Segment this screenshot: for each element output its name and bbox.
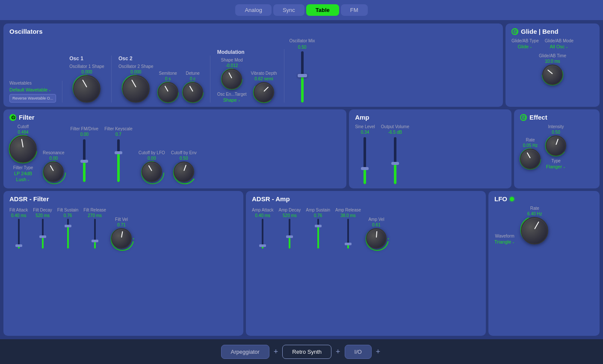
wavetables-dropdown[interactable]: Default Wavetable ⌄: [9, 87, 56, 92]
filt-vel-knob[interactable]: [111, 228, 132, 249]
filter-type-dropdown[interactable]: LP 24dB Lush⌄: [14, 171, 32, 182]
resonance-knob[interactable]: [43, 161, 64, 182]
lfo-rate-knob-wrap[interactable]: [521, 217, 548, 244]
cutoff-env-knob[interactable]: [174, 161, 194, 182]
fm-drive-thumb[interactable]: [80, 160, 88, 163]
shape-mod-knob[interactable]: [222, 69, 242, 89]
sine-level-fader[interactable]: [364, 137, 366, 184]
adsr-filter-panel: ADSR - Filter Filt Attack 0.40 ms Filt D…: [3, 191, 243, 336]
reverse-wavetable-button[interactable]: Reverse Wavetable O...: [9, 94, 56, 103]
amp-title: Amp: [355, 114, 505, 121]
amp-vel-knob[interactable]: [366, 228, 387, 249]
filt-decay-thumb[interactable]: [39, 235, 46, 238]
tab-fm[interactable]: FM: [341, 4, 368, 16]
io-tab[interactable]: I/O: [345, 345, 372, 359]
amp-attack-thumb[interactable]: [259, 244, 266, 247]
osc1-shape-knob-wrap[interactable]: [73, 75, 100, 103]
cutoff-knob-wrap[interactable]: [9, 135, 37, 163]
tab-sync[interactable]: Sync: [273, 4, 304, 16]
amp-vel-knob-wrap[interactable]: [366, 228, 387, 249]
osc1-shape-knob[interactable]: [73, 75, 100, 103]
filter-title: ⏻ Filter: [9, 114, 340, 121]
osc-mix-fader[interactable]: [301, 51, 304, 103]
filt-vel-knob-wrap[interactable]: [111, 228, 132, 249]
glide-mode-group: Glide/AB Mode All Osc ⌄: [545, 38, 573, 49]
cutoff-lfo-knob-wrap[interactable]: [142, 161, 162, 182]
modulation-title: Modulation: [217, 49, 277, 55]
filter-power-icon[interactable]: ⏻: [9, 114, 16, 121]
effect-rate-knob[interactable]: [520, 149, 541, 169]
add-tab-plus-1[interactable]: +: [272, 347, 280, 356]
keyscale-thumb[interactable]: [115, 151, 122, 154]
resonance-group: Resonance 0.00: [43, 150, 65, 182]
resonance-knob-wrap[interactable]: [43, 161, 64, 182]
amp-decay-thumb[interactable]: [286, 235, 293, 238]
effect-power-icon[interactable]: ⏻: [520, 114, 527, 121]
cutoff-lfo-group: Cutoff by LFO 0.00: [139, 150, 165, 182]
osc2-detune-knob-wrap[interactable]: [183, 82, 203, 103]
output-vol-group: Output Volume -6.5 dB: [381, 124, 409, 184]
osc2-detune-knob[interactable]: [183, 82, 203, 103]
sine-level-thumb[interactable]: [361, 167, 369, 170]
fm-drive-fader[interactable]: [83, 139, 86, 182]
tab-table[interactable]: Table: [306, 4, 339, 16]
osc2-semitone-group: Semitone 0 s: [158, 71, 178, 103]
effect-rate-knob-wrap[interactable]: [520, 149, 541, 169]
arpeggiator-tab[interactable]: Arpeggiator: [221, 345, 269, 359]
filt-attack-fader[interactable]: [18, 219, 20, 249]
lfo-active-dot: [510, 197, 514, 201]
cutoff-env-group: Cutoff by Env 0.50: [171, 150, 197, 182]
osc2-semitone-knob-wrap[interactable]: [158, 82, 178, 103]
oscillators-title: Oscillators: [9, 28, 497, 35]
osc-mix-section: Oscillator Mix 0.50: [284, 38, 320, 103]
effect-rate-group: Rate 0.05 Hz: [520, 138, 541, 169]
cutoff-env-knob-wrap[interactable]: [174, 161, 194, 182]
add-tab-plus-3[interactable]: +: [374, 347, 382, 356]
lfo-inner: Waveform Triangle ⌄ Rate 6.40 Hz: [494, 206, 594, 244]
amp-attack-fader[interactable]: [262, 219, 263, 249]
keyscale-fader[interactable]: [117, 139, 120, 182]
glide-time-knob-wrap[interactable]: [542, 65, 563, 85]
tab-analog[interactable]: Analog: [235, 4, 271, 16]
lfo-rate-knob[interactable]: [521, 217, 548, 244]
filt-sustain-fader[interactable]: [67, 219, 69, 249]
output-vol-fader[interactable]: [394, 137, 396, 184]
filt-attack-thumb[interactable]: [15, 244, 22, 247]
amp-sustain-thumb[interactable]: [315, 225, 322, 227]
output-vol-thumb[interactable]: [391, 162, 399, 165]
effect-intensity-knob[interactable]: [546, 135, 566, 156]
row-adsr: ADSR - Filter Filt Attack 0.40 ms Filt D…: [3, 191, 600, 336]
effect-intensity-knob-wrap[interactable]: [546, 135, 566, 156]
glide-mode-dropdown[interactable]: All Osc ⌄: [550, 44, 568, 49]
shape-mod-group: Shape Mod -0.012 Osc En...Target Shape: [217, 58, 247, 103]
glide-type-dropdown[interactable]: Glide ⌄: [518, 44, 533, 49]
osc2-shape-knob-wrap[interactable]: [122, 75, 150, 103]
filt-release-thumb[interactable]: [92, 240, 98, 242]
osc2-semitone-knob[interactable]: [158, 82, 178, 103]
osc2-shape-knob[interactable]: [122, 75, 150, 103]
filt-sustain-thumb[interactable]: [65, 225, 71, 227]
top-nav: Analog Sync Table FM: [0, 0, 603, 20]
filt-decay-fader[interactable]: [42, 219, 44, 249]
amp-decay-fader[interactable]: [289, 219, 290, 249]
shape-mod-knob-wrap[interactable]: [222, 69, 242, 89]
vibrato-knob-wrap[interactable]: [254, 82, 274, 103]
env-target-dropdown[interactable]: Shape ⌄: [223, 97, 241, 103]
cutoff-lfo-knob[interactable]: [142, 161, 162, 182]
lfo-panel: LFO Waveform Triangle ⌄ Rate 6.40 Hz: [488, 191, 600, 336]
amp-sustain-fader[interactable]: [317, 219, 319, 249]
amp-release-thumb[interactable]: [345, 243, 352, 245]
filt-release-fader[interactable]: [94, 219, 96, 249]
glide-time-knob[interactable]: [542, 65, 563, 85]
glide-power-icon[interactable]: ⏻: [511, 28, 518, 35]
osc-mix-thumb[interactable]: [298, 74, 307, 77]
retro-synth-tab[interactable]: Retro Synth: [282, 345, 331, 359]
effect-type-dropdown[interactable]: Flanger ⌄: [546, 164, 566, 169]
lfo-waveform-dropdown[interactable]: Triangle ⌄: [494, 239, 515, 244]
osc1-title: Osc 1: [69, 56, 104, 62]
cutoff-knob[interactable]: [9, 135, 37, 163]
vibrato-knob[interactable]: [254, 82, 274, 103]
glide-top-row: Glide/AB Type Glide ⌄ Glide/AB Mode All …: [511, 38, 594, 49]
filt-sustain-group: Filt Sustain 0.76: [57, 208, 78, 249]
amp-release-fader[interactable]: [347, 219, 349, 249]
